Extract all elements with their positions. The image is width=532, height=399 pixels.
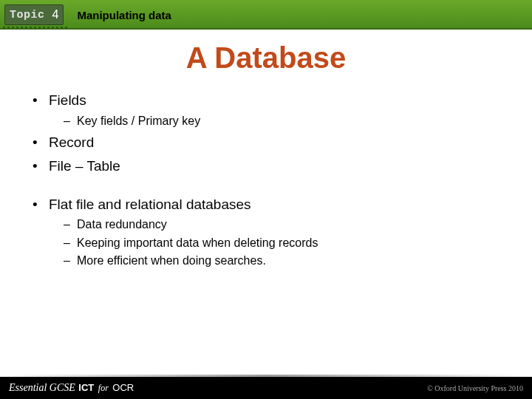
brand-ict: ICT bbox=[78, 382, 94, 393]
bullet-list: Flat file and relational databases Data … bbox=[33, 195, 505, 269]
footer-copyright: © Oxford University Press 2010 bbox=[427, 384, 523, 392]
sub-list: Data redundancy Keeping important data w… bbox=[64, 216, 505, 269]
bullet-item: Flat file and relational databases Data … bbox=[33, 195, 505, 269]
slide-title: A Database bbox=[0, 41, 532, 75]
bullet-item: Record bbox=[33, 133, 505, 152]
bullet-list: Fields Key fields / Primary key Record F… bbox=[33, 91, 505, 176]
header-underline bbox=[0, 28, 532, 30]
spacer bbox=[33, 180, 505, 195]
sub-list: Key fields / Primary key bbox=[64, 113, 505, 129]
section-title: Manipulating data bbox=[77, 9, 171, 21]
sub-item: Key fields / Primary key bbox=[64, 113, 505, 129]
sub-item: Data redundancy bbox=[64, 216, 505, 233]
sub-item: More efficient when doing searches. bbox=[64, 253, 505, 269]
bullet-text: Flat file and relational databases bbox=[49, 197, 251, 212]
brand-for: for bbox=[98, 383, 109, 393]
header-bar: Topic 4 Manipulating data bbox=[0, 0, 532, 30]
content-area: Fields Key fields / Primary key Record F… bbox=[0, 91, 532, 269]
footer-brand: Essential GCSE ICT for OCR bbox=[9, 382, 134, 394]
bullet-text: Fields bbox=[49, 92, 86, 108]
sub-item: Keeping important data when deleting rec… bbox=[64, 235, 505, 251]
bullet-item: File – Table bbox=[33, 157, 505, 176]
dotted-decoration bbox=[3, 27, 74, 33]
brand-ocr: OCR bbox=[112, 382, 134, 393]
topic-label: Topic bbox=[10, 9, 45, 21]
bullet-item: Fields Key fields / Primary key bbox=[33, 91, 505, 129]
topic-box: Topic 4 bbox=[4, 4, 64, 25]
footer-bar: Essential GCSE ICT for OCR © Oxford Univ… bbox=[0, 377, 532, 399]
bullet-text: File – Table bbox=[49, 158, 120, 174]
brand-essential: Essential bbox=[9, 382, 47, 393]
topic-number: 4 bbox=[52, 8, 59, 21]
brand-gcse: GCSE bbox=[50, 382, 75, 393]
bullet-text: Record bbox=[49, 134, 94, 150]
